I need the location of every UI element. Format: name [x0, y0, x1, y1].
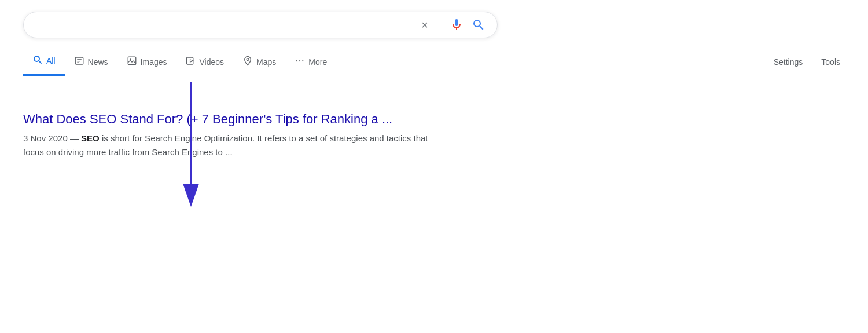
result-title-link[interactable]: What Does SEO Stand For? (+ 7 Beginner's… [23, 112, 392, 126]
search-result: What Does SEO Stand For? (+ 7 Beginner's… [23, 111, 428, 159]
svg-point-12 [299, 60, 300, 61]
tools-link[interactable]: Tools [816, 50, 845, 74]
search-tabs: All News Images [23, 47, 845, 76]
news-icon [74, 56, 84, 68]
clear-search-button[interactable]: × [421, 19, 428, 32]
tab-news[interactable]: News [65, 49, 117, 75]
tab-more-label: More [308, 57, 327, 67]
svg-marker-9 [190, 59, 193, 62]
results-area: What Does SEO Stand For? (+ 7 Beginner's… [23, 111, 845, 159]
tab-all-label: All [46, 56, 56, 65]
all-search-icon [32, 54, 43, 67]
result-date: 3 Nov 2020 [23, 133, 68, 143]
tab-all[interactable]: All [23, 47, 65, 76]
result-bold-keyword: SEO [81, 133, 100, 143]
svg-rect-6 [128, 57, 136, 65]
tab-maps-label: Maps [256, 57, 276, 67]
search-bar[interactable]: site:kinsta.com "seo" × [23, 12, 498, 38]
divider [439, 18, 439, 32]
nav-right: Settings Tools [769, 50, 845, 74]
tab-videos[interactable]: Videos [176, 49, 234, 75]
search-input[interactable]: site:kinsta.com "seo" [35, 19, 421, 31]
settings-link[interactable]: Settings [769, 50, 808, 74]
microphone-icon[interactable] [450, 18, 464, 32]
tab-news-label: News [88, 57, 108, 67]
maps-icon [242, 56, 253, 68]
svg-point-13 [302, 60, 303, 61]
result-dash: — [70, 133, 81, 143]
result-snippet: 3 Nov 2020 — SEO is short for Search Eng… [23, 131, 428, 159]
svg-line-1 [39, 61, 41, 63]
tab-images-label: Images [141, 57, 167, 67]
videos-icon [186, 56, 196, 68]
images-icon [127, 56, 137, 68]
svg-rect-2 [75, 57, 83, 64]
more-icon [295, 56, 305, 68]
svg-point-7 [130, 58, 131, 60]
tab-images[interactable]: Images [117, 49, 176, 75]
svg-point-11 [296, 60, 297, 61]
svg-point-10 [247, 58, 249, 60]
tab-videos-label: Videos [200, 57, 225, 67]
tab-more[interactable]: More [285, 49, 336, 75]
search-icon[interactable] [472, 18, 486, 32]
tab-maps[interactable]: Maps [233, 49, 285, 75]
